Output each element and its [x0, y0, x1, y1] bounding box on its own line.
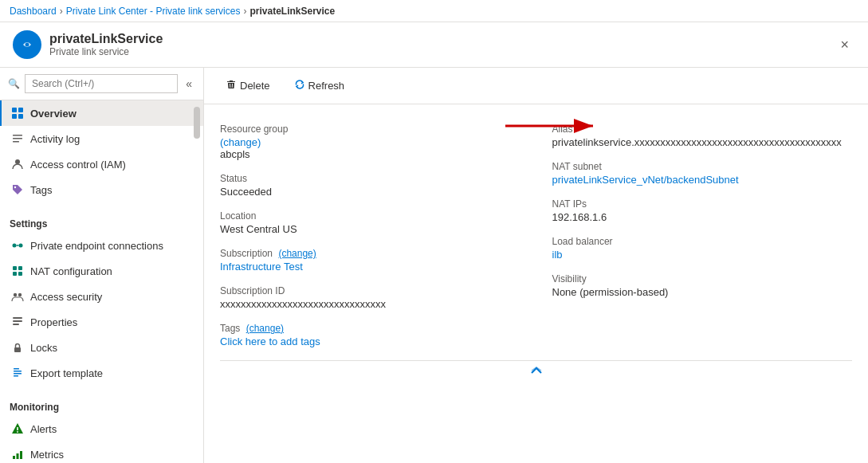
svg-rect-30 [13, 456, 15, 459]
close-button[interactable]: × [834, 33, 855, 57]
search-icon: 🔍 [8, 78, 20, 89]
nat-ips-value: 192.168.1.6 [552, 211, 853, 223]
location-value: West Central US [220, 223, 536, 235]
sidebar-item-nat-config[interactable]: NAT configuration [0, 258, 203, 284]
resource-group-item: Resource group (change) abcpls [220, 117, 536, 167]
resource-group-value: (change) abcpls [220, 136, 536, 160]
delete-icon [226, 79, 237, 92]
metrics-icon [11, 448, 24, 461]
svg-point-1 [26, 43, 29, 47]
sidebar-item-locks-label: Locks [30, 342, 57, 354]
svg-rect-27 [14, 375, 18, 377]
sidebar-item-tags[interactable]: Tags [0, 177, 203, 202]
svg-rect-7 [13, 138, 22, 139]
monitoring-section-title: Monitoring [0, 392, 203, 416]
subscription-id-item: Subscription ID xxxxxxxxxxxxxxxxxxxxxxxx… [220, 279, 536, 316]
refresh-label: Refresh [308, 80, 345, 92]
breadcrumb-sep-1: › [60, 6, 63, 17]
visibility-item: Visibility None (permission-based) [552, 267, 853, 304]
sidebar-item-alerts-label: Alerts [30, 423, 57, 435]
svg-rect-14 [13, 266, 17, 270]
breadcrumb-sep-2: › [243, 6, 246, 17]
location-item: Location West Central US [220, 204, 536, 241]
sidebar-item-properties[interactable]: Properties [0, 309, 203, 335]
toolbar: Delete Refresh [204, 68, 868, 104]
collapse-sidebar-button[interactable]: « [183, 76, 195, 92]
visibility-value: None (permission-based) [552, 286, 853, 298]
breadcrumb-bar: Dashboard › Private Link Center - Privat… [0, 0, 868, 22]
sidebar-item-export-template[interactable]: Export template [0, 360, 203, 386]
properties-icon [11, 316, 24, 328]
location-label: Location [220, 210, 536, 222]
svg-point-10 [14, 186, 16, 188]
load-balancer-item: Load balancer ilb [552, 230, 853, 267]
subscription-change-link[interactable]: (change) [278, 248, 316, 259]
sidebar-item-alerts[interactable]: Alerts [0, 416, 203, 441]
tags-item: Tags (change) Click here to add tags [220, 316, 536, 354]
sidebar-item-nat-config-label: NAT configuration [30, 265, 112, 277]
status-value: Succeeded [220, 186, 536, 198]
svg-rect-22 [13, 324, 19, 325]
subscription-name-link[interactable]: Infrastructure Test [220, 261, 303, 273]
resource-header-left: privateLinkService Private link service [13, 30, 163, 59]
collapse-button[interactable] [530, 364, 543, 377]
svg-rect-23 [14, 347, 21, 352]
add-tags-link[interactable]: Click here to add tags [220, 335, 320, 347]
sidebar-item-overview-label: Overview [30, 108, 77, 120]
load-balancer-value: ilb [552, 249, 853, 261]
refresh-button[interactable]: Refresh [285, 74, 354, 97]
activity-log-icon [11, 132, 24, 145]
details-right-column: Alias privatelinkservice.xxxxxxxxxxxxxxx… [536, 117, 853, 354]
sidebar-item-metrics-label: Metrics [30, 449, 64, 461]
sidebar-item-access-control-label: Access control (IAM) [30, 159, 126, 171]
svg-rect-28 [17, 427, 18, 430]
sidebar-item-private-endpoint[interactable]: Private endpoint connections [0, 233, 203, 258]
svg-rect-4 [12, 114, 17, 119]
settings-section-title: Settings [0, 209, 203, 233]
main-content: Delete Refresh [204, 68, 868, 463]
status-item: Status Succeeded [220, 167, 536, 204]
sidebar-item-access-security[interactable]: Access security [0, 284, 203, 309]
nat-subnet-link[interactable]: privateLinkService_vNet/backendSubnet [552, 174, 739, 186]
resource-group-text: abcpls [220, 148, 250, 160]
svg-rect-17 [18, 272, 22, 276]
nat-ips-label: NAT IPs [552, 198, 853, 210]
refresh-icon [294, 79, 305, 92]
sidebar-item-private-endpoint-label: Private endpoint connections [30, 240, 163, 252]
subscription-value: Infrastructure Test [220, 261, 536, 273]
delete-label: Delete [240, 80, 270, 92]
resource-name: privateLinkService [49, 32, 163, 46]
sidebar-item-activity-log[interactable]: Activity log [0, 126, 203, 151]
svg-rect-20 [13, 317, 22, 319]
sidebar-item-activity-log-label: Activity log [30, 133, 80, 145]
resource-group-change-link[interactable]: (change) [220, 136, 261, 148]
access-control-icon [11, 158, 24, 171]
tags-change-link[interactable]: (change) [246, 323, 284, 334]
overview-icon [11, 107, 24, 120]
tags-value: Click here to add tags [220, 335, 536, 347]
subscription-label: Subscription (change) [220, 248, 536, 259]
delete-button[interactable]: Delete [217, 74, 279, 97]
sidebar: 🔍 « Overview [0, 68, 204, 463]
collapse-section [220, 360, 852, 380]
sidebar-item-access-control[interactable]: Access control (IAM) [0, 151, 203, 177]
subscription-id-value: xxxxxxxxxxxxxxxxxxxxxxxxxxxxxxxx [220, 298, 536, 310]
sidebar-item-tags-label: Tags [30, 184, 52, 196]
breadcrumb-private-link[interactable]: Private Link Center - Private link servi… [66, 6, 241, 17]
search-input[interactable] [25, 74, 178, 93]
breadcrumb-current: privateLinkService [249, 6, 335, 17]
resource-group-label: Resource group [220, 124, 536, 135]
search-box: 🔍 « [0, 68, 203, 100]
sidebar-item-metrics[interactable]: Metrics [0, 441, 203, 463]
svg-point-9 [15, 159, 20, 164]
svg-point-11 [13, 244, 17, 248]
load-balancer-link[interactable]: ilb [552, 249, 563, 261]
breadcrumb-dashboard[interactable]: Dashboard [10, 6, 57, 17]
subscription-id-label: Subscription ID [220, 285, 536, 296]
nat-subnet-label: NAT subnet [552, 161, 853, 172]
sidebar-item-locks[interactable]: Locks [0, 335, 203, 360]
svg-rect-24 [14, 368, 19, 370]
sidebar-item-access-security-label: Access security [30, 291, 102, 303]
sidebar-item-overview[interactable]: Overview [0, 100, 203, 126]
alerts-icon [11, 422, 24, 435]
